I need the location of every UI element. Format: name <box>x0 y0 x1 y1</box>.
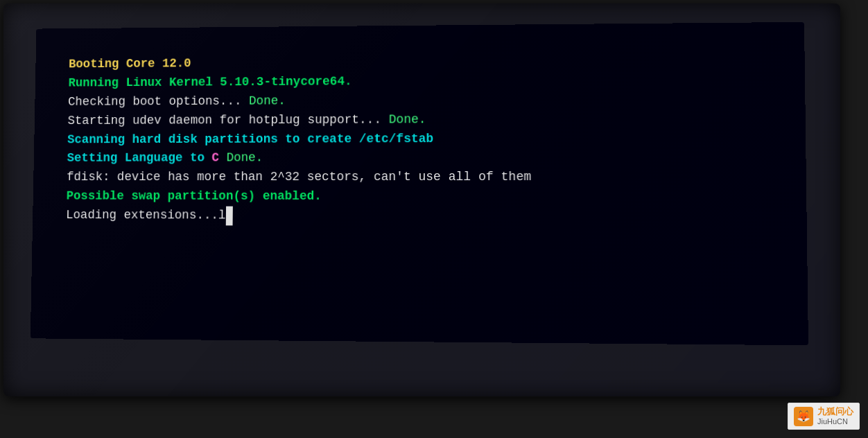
terminal-text: Done. <box>389 112 426 126</box>
terminal-line-line8: Possible swap partition(s) enabled. <box>66 187 770 207</box>
watermark: 🦊 九狐问心 JiuHuCN <box>788 403 860 430</box>
terminal-text: Booting Core 12.0 <box>69 57 191 71</box>
watermark-brand-cn: 九狐问心 <box>817 406 853 417</box>
terminal-line-line3: Checking boot options... Done. <box>68 89 770 112</box>
terminal-text: fdisk: device has more than 2^32 sectors… <box>67 170 531 184</box>
terminal-screen: Booting Core 12.0Running Linux Kernel 5.… <box>31 22 808 345</box>
terminal-text: Done. <box>219 151 263 165</box>
terminal-text: Scanning hard disk partitions to create … <box>67 132 433 146</box>
terminal-cursor <box>225 207 232 226</box>
terminal-text: C <box>211 151 219 165</box>
photo-frame: Booting Core 12.0Running Linux Kernel 5.… <box>0 0 868 438</box>
terminal-text: Checking boot options... <box>68 94 249 109</box>
terminal-text: Starting udev daemon for hotplug support… <box>67 112 388 127</box>
terminal-text: Done. <box>249 94 286 107</box>
terminal-line-line5: Scanning hard disk partitions to create … <box>67 128 770 149</box>
watermark-icon: 🦊 <box>794 407 813 426</box>
watermark-text: 九狐问心 JiuHuCN <box>817 406 853 426</box>
terminal-line-line6: Setting Language to C Done. <box>67 148 770 168</box>
terminal-text: Setting Language to <box>67 151 212 165</box>
terminal-line-line9: Loading extensions...l <box>66 206 771 227</box>
watermark-brand-en: JiuHuCN <box>817 417 853 426</box>
terminal-text: Loading extensions...l <box>66 208 226 222</box>
terminal-line-line4: Starting udev daemon for hotplug support… <box>67 109 770 130</box>
terminal-line-line7: fdisk: device has more than 2^32 sectors… <box>67 168 770 187</box>
monitor-bezel: Booting Core 12.0Running Linux Kernel 5.… <box>3 3 840 396</box>
terminal-text: Running Linux Kernel 5.10.3-tinycore64. <box>68 74 351 89</box>
terminal-text: Possible swap partition(s) enabled. <box>67 189 322 203</box>
fox-icon: 🦊 <box>797 410 810 423</box>
